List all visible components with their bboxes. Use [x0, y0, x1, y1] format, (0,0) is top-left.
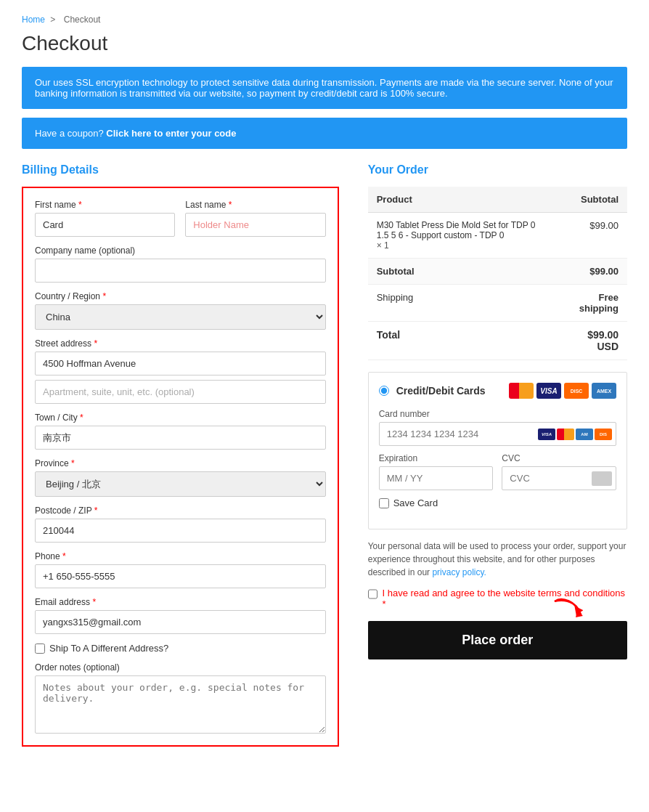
- subtotal-row: Subtotal $99.00: [368, 259, 627, 285]
- company-input[interactable]: [35, 259, 326, 283]
- ship-different-label: Ship To A Different Address?: [49, 643, 168, 654]
- expiration-input[interactable]: [379, 466, 494, 490]
- last-name-input[interactable]: [185, 213, 325, 237]
- cvc-label: CVC: [502, 453, 616, 463]
- payment-label: Credit/Debit Cards: [396, 385, 486, 397]
- home-link[interactable]: Home: [22, 15, 45, 25]
- mini-visa-icon: VISA: [538, 429, 555, 440]
- postcode-input[interactable]: [35, 519, 326, 543]
- email-label: Email address *: [35, 597, 326, 607]
- first-name-label: First name *: [35, 200, 175, 210]
- cvc-card-icon: [592, 471, 612, 486]
- first-name-input[interactable]: [35, 213, 175, 237]
- province-select[interactable]: Beijing / 北京 Shanghai / 上海 Guangdong / 广…: [35, 471, 326, 497]
- postcode-label: Postcode / ZIP *: [35, 506, 326, 516]
- discover-icon: DISC: [564, 383, 589, 399]
- mini-mc-icon: [557, 429, 574, 440]
- ssl-banner: Our uses SSL encryption technology to pr…: [22, 67, 627, 109]
- order-notes-label: Order notes (optional): [35, 662, 326, 673]
- place-order-wrap: Place order: [368, 621, 627, 659]
- mastercard-icon: [509, 383, 534, 399]
- save-card-label: Save Card: [393, 498, 438, 508]
- breadcrumb-current: Checkout: [64, 15, 101, 25]
- payment-radio[interactable]: [379, 386, 389, 396]
- phone-label: Phone *: [35, 551, 326, 561]
- save-card-checkbox[interactable]: [379, 498, 389, 508]
- phone-input[interactable]: [35, 564, 326, 588]
- page-title: Checkout: [22, 32, 627, 55]
- province-label: Province *: [35, 458, 326, 468]
- card-number-wrap: VISA AM DIS: [379, 422, 616, 446]
- save-card-row: Save Card: [379, 498, 616, 508]
- city-input[interactable]: [35, 426, 326, 450]
- cvc-wrap: [502, 466, 616, 490]
- arrow-icon: [551, 598, 587, 627]
- billing-form: First name * Last name * Company name (o…: [22, 187, 339, 747]
- city-label: Town / City *: [35, 413, 326, 423]
- product-name: M30 Tablet Press Die Mold Set for TDP 0 …: [377, 220, 550, 240]
- amex-icon: AMEX: [592, 383, 616, 399]
- terms-link[interactable]: I have read and agree to the website ter…: [382, 588, 625, 598]
- col-subtotal: Subtotal: [558, 187, 627, 213]
- col-product: Product: [368, 187, 558, 213]
- coupon-banner: Have a coupon? Click here to enter your …: [22, 118, 627, 149]
- terms-row: I have read and agree to the website ter…: [368, 588, 627, 609]
- email-input[interactable]: [35, 610, 326, 634]
- payment-section: Credit/Debit Cards VISA DISC AMEX Card n…: [368, 372, 627, 529]
- company-label: Company name (optional): [35, 245, 326, 256]
- street-input[interactable]: [35, 352, 326, 375]
- coupon-link[interactable]: Click here to enter your code: [106, 128, 236, 139]
- total-row: Total $99.00 USD: [368, 322, 627, 360]
- mini-disc-icon: DIS: [595, 429, 612, 440]
- shipping-row: Shipping Free shipping: [368, 285, 627, 322]
- card-number-label: Card number: [379, 409, 616, 419]
- ship-different-row: Ship To A Different Address?: [35, 643, 326, 654]
- privacy-text: Your personal data will be used to proce…: [368, 540, 627, 579]
- billing-title: Billing Details: [22, 163, 339, 176]
- privacy-policy-link[interactable]: privacy policy.: [432, 567, 486, 577]
- order-notes-input[interactable]: [35, 675, 326, 734]
- terms-label: I have read and agree to the website ter…: [382, 588, 627, 609]
- mini-amex-icon: AM: [576, 429, 593, 440]
- breadcrumb-separator: >: [50, 15, 55, 25]
- exp-cvc-row: Expiration CVC: [379, 453, 616, 490]
- ship-different-checkbox[interactable]: [35, 643, 45, 654]
- breadcrumb: Home > Checkout: [22, 15, 627, 25]
- card-brand-icons: VISA AM DIS: [538, 429, 612, 440]
- place-order-button[interactable]: Place order: [368, 621, 627, 659]
- apt-input[interactable]: [35, 380, 326, 404]
- card-icons: VISA DISC AMEX: [509, 383, 616, 399]
- product-qty: × 1: [377, 240, 550, 251]
- order-product-row: M30 Tablet Press Die Mold Set for TDP 0 …: [368, 213, 627, 259]
- country-select[interactable]: China United States United Kingdom: [35, 304, 326, 330]
- payment-header: Credit/Debit Cards VISA DISC AMEX: [379, 383, 616, 399]
- expiration-label: Expiration: [379, 453, 494, 463]
- product-price: $99.00: [558, 213, 627, 259]
- cvc-icon: [592, 471, 612, 486]
- street-label: Street address *: [35, 338, 326, 349]
- order-table: Product Subtotal M30 Tablet Press Die Mo…: [368, 187, 627, 360]
- country-label: Country / Region *: [35, 291, 326, 301]
- last-name-label: Last name *: [185, 200, 325, 210]
- terms-checkbox[interactable]: [368, 589, 378, 599]
- order-title: Your Order: [368, 163, 627, 176]
- visa-icon: VISA: [536, 383, 561, 399]
